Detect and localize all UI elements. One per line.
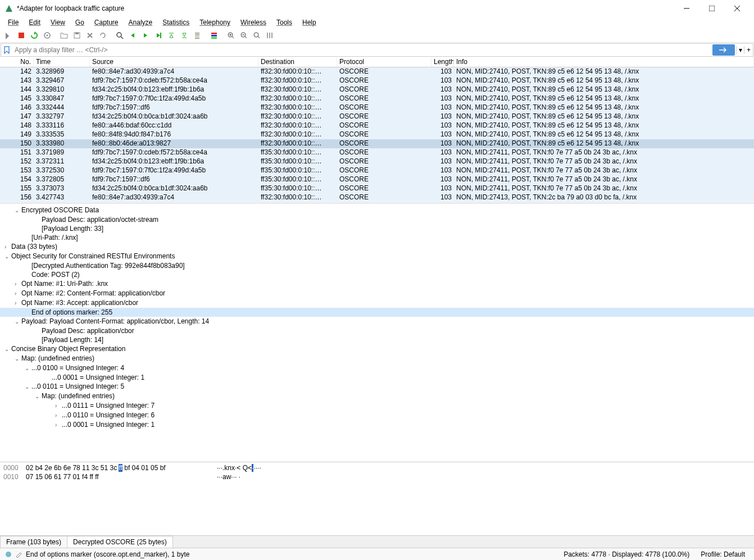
zoom-in-button[interactable] [225,29,237,42]
start-capture-button[interactable] [2,29,15,42]
open-file-button[interactable] [58,29,70,42]
go-last-button[interactable] [178,29,190,42]
menu-edit[interactable]: Edit [24,17,45,28]
filter-add-button[interactable]: + [744,46,753,54]
tree-item[interactable]: [Payload Length: 14] [0,335,754,344]
packet-row[interactable]: 1483.333116fe80::a446:bdaf:60cc:c1ddff32… [0,121,754,130]
menu-go[interactable]: Go [71,17,89,28]
col-header-source[interactable]: Source [90,57,258,67]
packet-row[interactable]: 1553.373073fd34:2c25:b0f4:0:b0ca:b1df:30… [0,184,754,193]
capture-options-button[interactable] [41,29,53,42]
packet-row[interactable]: 1513.371989fdf9:7bc7:1597:0:cdeb:f572:b5… [0,148,754,157]
col-header-time[interactable]: Time [34,57,90,67]
packet-row[interactable]: 1563.427743fe80::84e7:ad30:4939:a7c4ff32… [0,193,754,202]
display-filter-input[interactable] [12,45,712,55]
tree-item[interactable]: Payload Desc: application/cbor [0,326,754,335]
tree-item[interactable]: ›Opt Name: #1: Uri-Path: .knx [0,279,754,289]
go-first-button[interactable] [165,29,178,42]
save-file-button[interactable] [71,29,83,42]
menu-view[interactable]: View [46,17,70,28]
zoom-reset-button[interactable] [251,29,263,42]
svg-rect-8 [75,33,79,34]
menu-file[interactable]: File [3,17,23,28]
zoom-out-button[interactable] [238,29,250,42]
stop-capture-button[interactable] [15,29,28,42]
col-header-info[interactable]: Info [454,57,754,67]
filter-bookmark-icon[interactable] [1,46,12,54]
packet-bytes-pane[interactable]: 000002 b4 2e 6b 6e 78 11 3c 51 3c ff bf … [0,462,754,535]
reload-button[interactable] [97,29,109,42]
find-packet-button[interactable] [113,29,126,42]
resize-columns-button[interactable] [264,29,276,42]
tree-item[interactable]: ⌄...0 0101 = Unsigned Integer: 5 [0,382,754,391]
packet-row[interactable]: 1423.328969fe80::84e7:ad30:4939:a7c4ff32… [0,67,754,76]
close-file-button[interactable] [84,29,96,42]
tree-item[interactable]: Code: POST (2) [0,270,754,279]
tree-item[interactable]: Payload Desc: application/octet-stream [0,215,754,224]
packet-list-body[interactable]: 1423.328969fe80::84e7:ad30:4939:a7c4ff32… [0,67,754,203]
close-button[interactable] [724,0,750,17]
hex-row[interactable]: 001007 15 06 61 77 01 f4 ff ff···aw··· · [3,472,751,481]
packet-list-header: No. Time Source Destination Protocol Len… [0,57,754,67]
tree-item[interactable]: ...0 0001 = Unsigned Integer: 1 [0,373,754,382]
col-header-protocol[interactable]: Protocol [337,57,431,67]
minimize-button[interactable] [674,0,699,17]
maximize-button[interactable] [699,0,724,17]
go-forward-button[interactable] [139,29,152,42]
tree-item[interactable]: ›...0 0110 = Unsigned Integer: 6 [0,411,754,420]
tree-item[interactable]: ›Opt Name: #3: Accept: application/cbor [0,298,754,308]
packet-row[interactable]: 1453.330847fdf9:7bc7:1597:0:7f0c:1f2a:49… [0,94,754,103]
tree-item[interactable]: ⌄Map: (undefined entries) [0,391,754,401]
tree-item[interactable]: [Decrypted Authentication Tag: 992e844f8… [0,261,754,270]
tree-item[interactable]: ⌄Concise Binary Object Representation [0,344,754,354]
hex-row[interactable]: 000002 b4 2e 6b 6e 78 11 3c 51 3c ff bf … [3,463,751,472]
col-header-destination[interactable]: Destination [258,57,337,67]
filter-apply-button[interactable] [712,44,735,56]
tab-frame[interactable]: Frame (103 bytes) [0,536,67,548]
packet-row[interactable]: 1473.332797fd34:2c25:b0f4:0:b0ca:b1df:30… [0,112,754,121]
packet-row[interactable]: 1433.329467fdf9:7bc7:1597:0:cdeb:f572:b5… [0,76,754,85]
edit-capture-comment-icon[interactable] [13,551,24,558]
menu-wireless[interactable]: Wireless [236,17,271,28]
menu-tools[interactable]: Tools [272,17,297,28]
menu-telephony[interactable]: Telephony [195,17,235,28]
go-back-button[interactable] [126,29,139,42]
tree-item[interactable]: ›Data (33 bytes) [0,242,754,252]
tree-item[interactable]: ›Opt Name: #2: Content-Format: applicati… [0,289,754,298]
menu-analyze[interactable]: Analyze [124,17,157,28]
filter-history-dropdown[interactable]: ▾ [736,46,744,54]
menu-statistics[interactable]: Statistics [158,17,194,28]
menu-help[interactable]: Help [298,17,321,28]
packet-row[interactable]: 1503.333980fe80::8b0:46de:a013:9827ff32:… [0,139,754,148]
tree-item[interactable]: ⌄...0 0100 = Unsigned Integer: 4 [0,363,754,373]
menu-capture[interactable]: Capture [90,17,123,28]
status-profile[interactable]: Profile: Default [695,550,751,558]
col-header-length[interactable]: Length [431,57,454,67]
status-packet-count: Packets: 4778 · Displayed: 4778 (100.0%) [558,550,695,558]
packet-row[interactable]: 1493.333535fe80::84f8:94d0:f847:b176ff32… [0,130,754,139]
svg-rect-1 [709,6,715,11]
tree-item[interactable]: ⌄Payload: Payload Content-Format: applic… [0,317,754,326]
tree-item[interactable]: [Uri-Path: /.knx] [0,233,754,242]
colorize-button[interactable] [208,29,220,42]
tree-item[interactable]: [Payload Length: 33] [0,224,754,233]
packet-row[interactable]: 1443.329810fd34:2c25:b0f4:0:b123:ebff:1f… [0,85,754,94]
packet-details-pane[interactable]: ⌄Encrypted OSCORE DataPayload Desc: appl… [0,203,754,462]
expert-info-icon[interactable] [3,551,13,558]
tree-item[interactable]: ›...0 0111 = Unsigned Integer: 7 [0,401,754,411]
packet-row[interactable]: 1533.372530fdf9:7bc7:1597:0:7f0c:1f2a:49… [0,166,754,175]
auto-scroll-button[interactable] [191,29,203,42]
tree-item[interactable]: ⌄Object Security for Constrained RESTful… [0,252,754,261]
tree-item[interactable]: ›...0 0001 = Unsigned Integer: 1 [0,420,754,430]
go-to-packet-button[interactable] [152,29,165,42]
packet-row[interactable]: 1523.372311fd34:2c25:b0f4:0:b123:ebff:1f… [0,157,754,166]
packet-row[interactable]: 1543.372805fdf9:7bc7:1597::df6ff35:30:fd… [0,175,754,184]
svg-point-11 [117,33,121,37]
packet-row[interactable]: 1463.332444fdf9:7bc7:1597::df6ff32:30:fd… [0,103,754,112]
restart-capture-button[interactable] [28,29,40,42]
tree-item[interactable]: End of options marker: 255 [0,308,754,317]
tree-item[interactable]: ⌄Map: (undefined entries) [0,354,754,363]
tree-item[interactable]: ⌄Encrypted OSCORE Data [0,206,754,215]
col-header-no[interactable]: No. [0,57,34,67]
tab-decrypted-oscore[interactable]: Decrypted OSCORE (25 bytes) [67,536,173,548]
